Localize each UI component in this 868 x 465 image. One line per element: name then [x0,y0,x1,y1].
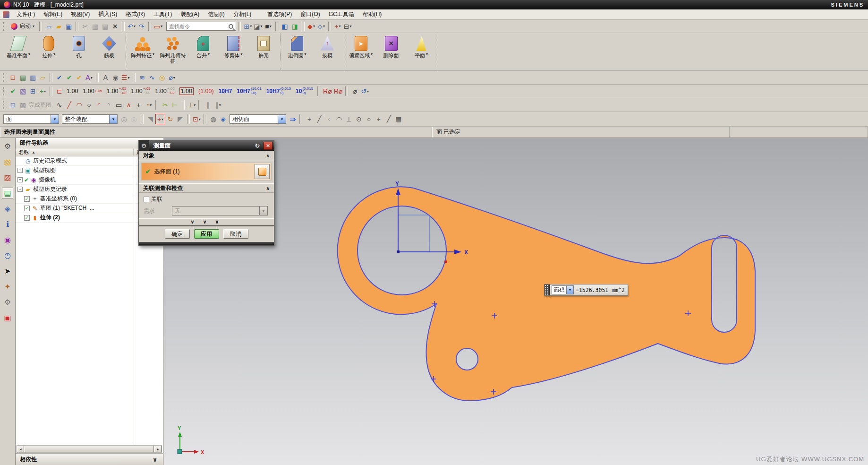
trim-button[interactable]: 修剪体▾ [218,34,248,58]
verify-feature-icon[interactable]: ✔ [74,72,84,83]
start-button[interactable]: 启动 ▾ [8,21,37,31]
feature-checkbox[interactable]: ✓ [24,196,30,202]
shell-button[interactable]: 抽壳 [248,34,279,58]
measurement-type-combo[interactable]: 面积 ▼ [552,285,574,294]
quick-extend-icon[interactable]: ⊢ [170,100,180,110]
dependencies-bar[interactable]: 相依性 ∨ [16,454,163,465]
origin-handle[interactable] [397,250,400,253]
rib-button[interactable]: 筋板 [94,34,124,58]
display-mode-icon[interactable]: ◪▾ [253,21,263,32]
tolerance-style-4[interactable]: 1.00+.05−.00 [131,87,150,95]
menu-item-13[interactable]: 帮助(H) [358,9,386,20]
scroll-right-icon[interactable]: ▸ [154,446,162,452]
spell-check-icon[interactable]: A▾ [84,72,94,83]
verify-blue-icon[interactable]: ✔ [54,72,64,83]
undo-icon[interactable]: ↶▾ [127,21,136,32]
measurement-tooltip[interactable]: 面积 ▼ =1526.3051 mm^2 [544,284,628,296]
combo-arrow-icon[interactable]: ▼ [51,115,59,123]
finish-flag-icon[interactable]: ▩ [18,100,28,110]
cut-icon[interactable]: ✂ [80,21,90,32]
shaded-view-icon[interactable]: ◍ [208,114,218,124]
delete-icon[interactable]: ✕ [110,21,120,32]
plane-button[interactable]: 平面▾ [406,34,436,58]
tree-row-label[interactable]: 模型视图 [33,166,56,174]
tree-row-label[interactable]: 历史记录模式 [33,157,67,165]
expand-chevron-icon[interactable]: ∨ [151,456,159,463]
combo-arrow-icon[interactable]: ▼ [278,115,286,123]
text-slant-icon[interactable]: A [101,72,111,83]
drag-hand-icon[interactable]: ◤ [175,114,185,124]
scroll-left-icon[interactable]: ◂ [17,446,24,452]
column-name[interactable]: 名称 ▲ [16,149,134,156]
toolbar-grip[interactable] [3,101,6,109]
combo-arrow-icon[interactable]: ▼ [566,286,573,294]
search-input[interactable] [166,22,236,31]
dialog-close-icon[interactable]: ✕ [264,142,272,150]
tolerance-style-3[interactable]: 1.00+.05−.02 [107,87,126,95]
unite-button[interactable]: +合并▾ [188,34,218,58]
expand-icon[interactable]: + [17,177,23,182]
export-window-icon[interactable]: ◨ [290,21,300,32]
snap-midpoint-icon[interactable]: ◦ [324,114,334,124]
snap-circle-icon[interactable]: ○ [364,114,374,124]
fillet-icon[interactable]: ◜ [94,100,104,110]
manufacturing-wizard-icon[interactable]: ✦ [2,281,13,293]
menu-item-9[interactable]: 分析(L) [229,9,256,20]
collapse-chevron-icon[interactable]: ∧ [266,186,270,191]
tooltip-drag-handle-icon[interactable] [545,284,550,295]
face-select-button[interactable] [255,164,270,179]
snap-hand-icon[interactable]: ◥ [145,114,155,124]
snap-toggle-icon[interactable]: ◇▾ [316,21,326,32]
search-icon[interactable] [229,24,233,29]
dialog-reset-icon[interactable]: ↻ [253,142,262,149]
parallel-constraint-icon[interactable]: ∥ [203,100,213,110]
snap-center-icon[interactable]: ⊙ [354,114,364,124]
line-icon[interactable]: ╱ [64,100,74,110]
new-file-icon[interactable]: ▱ [44,21,54,32]
circle-icon[interactable]: ○ [84,100,94,110]
verify-green-icon[interactable]: ✔ [64,72,74,83]
tree-row-label[interactable]: 拉伸 (2) [40,214,60,222]
draft-button[interactable]: ↑拔模 [312,34,342,58]
tolerance-style-9[interactable]: 10H7(10.0110) [237,87,261,95]
mouse-gesture-icon[interactable]: ◉ [111,72,120,83]
internet-explorer-icon[interactable]: ℹ [2,219,13,230]
feature-checkbox[interactable]: ✓ [24,215,30,221]
scope-combo[interactable]: 整个装配 ▼ [62,114,118,124]
arc-icon[interactable]: ◠ [74,100,84,110]
tolerance-style-5[interactable]: 1.00+.00−.02 [155,87,174,95]
finish-sketch-label[interactable]: 完成草图 [29,101,51,109]
menu-item-2[interactable]: 编辑(E) [39,9,67,20]
import-window-icon[interactable]: ◧ [280,21,290,32]
geometric-constraint-icon[interactable]: ⊥▾ [187,100,196,110]
apply-button[interactable]: 应用 [194,229,219,239]
table-lock-icon[interactable]: ⊞ [28,86,38,96]
orient-csys-icon[interactable]: +▾ [38,86,48,96]
offset-button[interactable]: ➤偏置区域▾ [346,34,376,58]
tree-row-label[interactable]: 草图 (1) "SKETCH_... [40,204,94,212]
tree-row-label[interactable]: 摄像机 [39,176,56,184]
collapse-chevron-icon[interactable]: ∧ [266,153,270,158]
tolerance-style-7[interactable]: (1.00) [198,88,214,95]
part-navigator-icon[interactable]: ▤ [2,188,13,199]
ok-button[interactable]: 确定 [165,229,190,239]
menu-item-7[interactable]: 装配(A) [176,9,204,20]
rectangle-select-icon[interactable]: ⊡▾ [192,114,202,124]
dialog-menu-gear-icon[interactable]: ⚙ [139,140,149,151]
object-section-header[interactable]: 对象 ∧ [139,151,274,160]
sketch-task-icon[interactable]: ⊡ [8,100,18,110]
coil-icon[interactable]: ◎ [157,72,167,83]
snap-perpendicular-icon[interactable]: ⊥ [344,114,354,124]
tolerance-style-8[interactable]: 10H7 [219,88,232,95]
tolerance-style-11[interactable]: 10(0.0150) [296,87,313,95]
menu-item-11[interactable]: 窗口(O) [296,9,324,20]
tolerance-style-10[interactable]: 10H7(0.0150) [266,87,291,95]
snap-slash-icon[interactable]: ╱ [383,114,393,124]
window-shade-icon[interactable]: ■▾ [264,21,273,32]
constraint-navigator-icon[interactable]: ▨ [2,172,13,183]
redo-icon[interactable]: ↷ [136,21,146,32]
offset-curve-icon[interactable]: ◔▾ [144,100,153,110]
tolerance-style-2[interactable]: 1.00±.05 [83,88,102,95]
measure-tool-icon[interactable]: ▭▾ [153,21,163,32]
swap-arrow-icon[interactable]: ↺▾ [360,86,370,96]
